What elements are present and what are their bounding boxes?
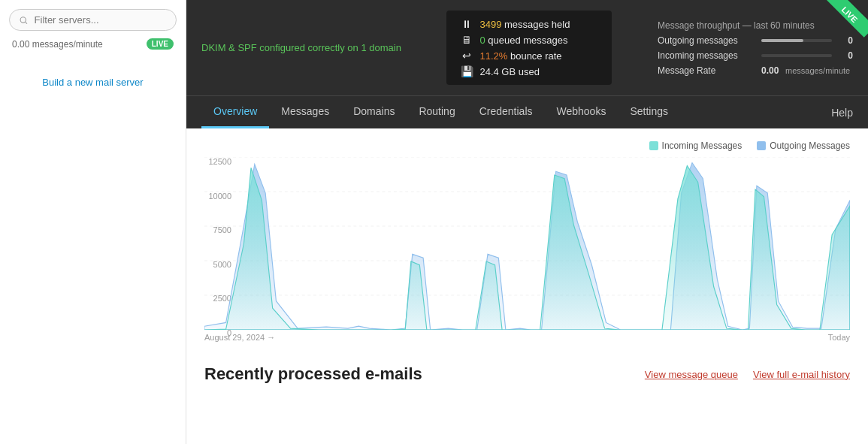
- live-corner-label: LIVE: [827, 0, 868, 38]
- nav-item-routing[interactable]: Routing: [407, 96, 467, 128]
- svg-point-0: [20, 17, 26, 22]
- live-corner: LIVE: [823, 0, 868, 45]
- legend-outgoing-label: Outgoing Messages: [770, 140, 850, 151]
- nav-item-overview[interactable]: Overview: [201, 96, 269, 128]
- incoming-value: 0: [838, 50, 853, 61]
- filter-box[interactable]: [9, 9, 177, 31]
- rate-row: Message Rate 0.00 messages/minute: [658, 65, 853, 76]
- nav-item-credentials[interactable]: Credentials: [467, 96, 545, 128]
- messages-rate: 0.00 messages/minute: [12, 39, 103, 50]
- bounce-rate: 11.2%: [479, 50, 507, 62]
- view-message-queue-link[interactable]: View message queue: [645, 369, 738, 380]
- server-info: 0.00 messages/minute LIVE: [9, 31, 177, 53]
- incoming-bar-container: [761, 54, 832, 57]
- filter-servers-input[interactable]: [35, 14, 167, 26]
- bounce-label: bounce rate: [510, 50, 562, 62]
- legend-outgoing-dot: [757, 141, 766, 150]
- recently-processed-title: Recently processed e-mails: [204, 364, 422, 384]
- navigation: Overview Messages Domains Routing Creden…: [186, 95, 868, 128]
- content-area: Incoming Messages Outgoing Messages 1250…: [186, 128, 868, 444]
- x-start-label: August 29, 2024 →: [204, 333, 275, 342]
- incoming-label: Incoming messages: [658, 50, 755, 61]
- stats-panel: ⏸ 3499 messages held 🖥 0 queued messages…: [446, 11, 612, 85]
- disk-used: 24.4 GB used: [479, 66, 540, 77]
- server-icon: 🖥: [460, 34, 473, 46]
- svg-line-1: [26, 22, 27, 23]
- stat-disk: 💾 24.4 GB used: [460, 65, 598, 77]
- outgoing-bar-container: [761, 39, 832, 42]
- outgoing-bar-fill: [761, 39, 803, 42]
- build-link-container: Build a new mail server: [9, 75, 177, 89]
- legend-incoming-dot: [649, 141, 658, 150]
- x-axis-labels: August 29, 2024 → Today: [204, 333, 850, 342]
- rate-unit: messages/minute: [785, 66, 850, 75]
- disk-icon: 💾: [460, 65, 473, 77]
- queued-count: 0: [479, 35, 485, 46]
- messages-held-count: 3499: [479, 19, 501, 30]
- legend-incoming: Incoming Messages: [649, 140, 742, 151]
- chart-legend: Incoming Messages Outgoing Messages: [204, 140, 850, 151]
- main-panel: DKIM & SPF configured correctly on 1 dom…: [186, 0, 868, 444]
- messages-held-label: messages held: [504, 19, 570, 30]
- dkim-notice: DKIM & SPF configured correctly on 1 dom…: [201, 42, 401, 53]
- pause-icon: ⏸: [460, 18, 473, 30]
- queued-label: queued messages: [488, 35, 567, 46]
- search-icon: [19, 15, 29, 26]
- top-bar: DKIM & SPF configured correctly on 1 dom…: [186, 0, 868, 95]
- nav-item-settings[interactable]: Settings: [618, 96, 680, 128]
- rate-value: 0.00: [761, 65, 776, 76]
- stat-bounce: ↩ 11.2% bounce rate: [460, 50, 598, 62]
- view-email-history-link[interactable]: View full e-mail history: [753, 369, 850, 380]
- x-end-label: Today: [828, 333, 850, 342]
- nav-help[interactable]: Help: [831, 98, 853, 128]
- chart-area: August 29, 2024 → Today: [204, 157, 850, 352]
- nav-item-messages[interactable]: Messages: [269, 96, 341, 128]
- outgoing-label: Outgoing messages: [658, 35, 755, 46]
- incoming-row: Incoming messages 0: [658, 50, 853, 61]
- nav-item-webhooks[interactable]: Webhooks: [545, 96, 618, 128]
- chart-svg: [204, 157, 850, 330]
- stat-messages-held: ⏸ 3499 messages held: [460, 18, 598, 30]
- sidebar: 0.00 messages/minute LIVE Build a new ma…: [0, 0, 186, 444]
- legend-incoming-label: Incoming Messages: [662, 140, 742, 151]
- bounce-icon: ↩: [460, 50, 473, 62]
- rate-label: Message Rate: [658, 65, 755, 76]
- stat-queued: 🖥 0 queued messages: [460, 34, 598, 46]
- incoming-area: [204, 166, 850, 331]
- nav-item-domains[interactable]: Domains: [341, 96, 407, 128]
- section-links: View message queue View full e-mail hist…: [645, 369, 850, 380]
- chart-wrapper: 12500 10000 7500 5000 2500 0: [204, 157, 850, 352]
- live-status-badge: LIVE: [147, 38, 174, 50]
- recently-processed-header: Recently processed e-mails View message …: [204, 364, 850, 384]
- build-new-server-link[interactable]: Build a new mail server: [42, 77, 143, 88]
- legend-outgoing: Outgoing Messages: [757, 140, 850, 151]
